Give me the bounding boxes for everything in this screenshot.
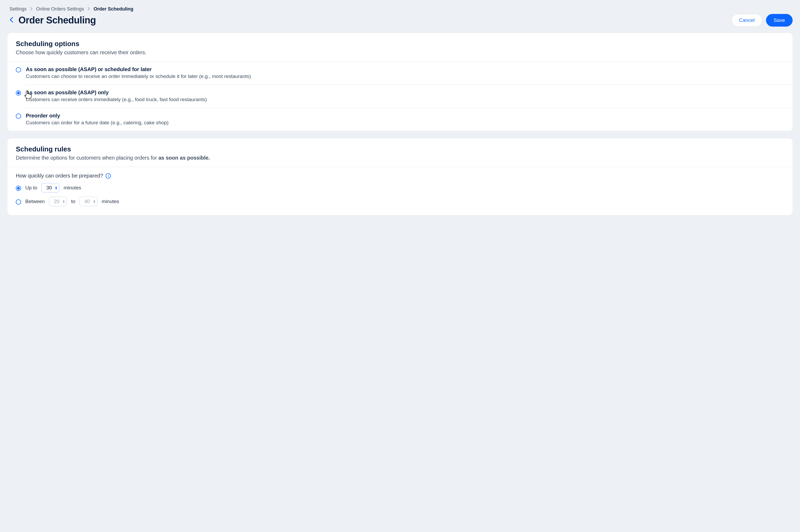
back-button[interactable] [7,15,15,25]
between-to-value: 40 [83,198,91,204]
scheduling-options-heading: Scheduling options [16,40,784,48]
radio-asap-only[interactable] [16,90,21,96]
scheduling-rules-sub: Determine the options for customers when… [16,155,784,161]
prep-up-to-row[interactable]: Up to 30 ▴▾ minutes [7,181,793,195]
option-asap-only[interactable]: As soon as possible (ASAP) only Customer… [7,85,793,108]
radio-between[interactable] [16,200,21,205]
prep-question: How quickly can orders be prepared? [16,173,103,179]
breadcrumb-current: Order Scheduling [94,6,133,12]
up-to-value: 30 [45,185,53,191]
scheduling-options-sub: Choose how quickly customers can receive… [16,50,784,56]
info-icon[interactable]: i [106,173,111,178]
breadcrumb: Settings Online Orders Settings Order Sc… [7,6,793,12]
cancel-button[interactable]: Cancel [731,14,762,26]
prep-between-row[interactable]: Between 20 ▴▾ to 40 ▴▾ minutes [7,195,793,208]
option-desc: Customers can receive orders immediately… [26,97,207,102]
unit-label: minutes [102,198,119,204]
chevron-right-icon [88,7,90,12]
option-asap-or-scheduled[interactable]: As soon as possible (ASAP) or scheduled … [7,62,793,84]
radio-asap-or-scheduled[interactable] [16,67,21,72]
scheduling-rules-heading: Scheduling rules [16,145,784,153]
save-button[interactable]: Save [766,14,793,26]
radio-up-to[interactable] [16,186,21,191]
up-to-label: Up to [25,185,37,191]
option-label: Preorder only [26,113,169,119]
option-label: As soon as possible (ASAP) or scheduled … [26,66,251,72]
unit-label: minutes [63,185,81,191]
between-to-stepper[interactable]: 40 ▴▾ [79,197,97,206]
page-title: Order Scheduling [18,15,96,26]
stepper-arrows-icon[interactable]: ▴▾ [94,200,95,203]
stepper-arrows-icon[interactable]: ▴▾ [63,200,64,203]
option-desc: Customers can order for a future date (e… [26,120,169,126]
breadcrumb-online-orders-settings[interactable]: Online Orders Settings [36,6,84,12]
chevron-right-icon [30,7,33,12]
to-label: to [71,198,75,204]
stepper-arrows-icon[interactable]: ▴▾ [55,186,57,190]
option-desc: Customers can choose to receive an order… [26,74,251,79]
option-preorder-only[interactable]: Preorder only Customers can order for a … [7,108,793,131]
option-label: As soon as possible (ASAP) only [26,90,207,96]
scheduling-rules-card: Scheduling rules Determine the options f… [7,138,793,215]
up-to-stepper[interactable]: 30 ▴▾ [41,183,59,192]
scheduling-options-card: Scheduling options Choose how quickly cu… [7,33,793,131]
page-header: Order Scheduling Cancel Save [7,14,793,26]
breadcrumb-settings[interactable]: Settings [9,6,26,12]
between-label: Between [25,198,45,204]
between-from-stepper[interactable]: 20 ▴▾ [49,197,67,206]
radio-preorder-only[interactable] [16,114,21,119]
between-from-value: 20 [53,198,60,204]
